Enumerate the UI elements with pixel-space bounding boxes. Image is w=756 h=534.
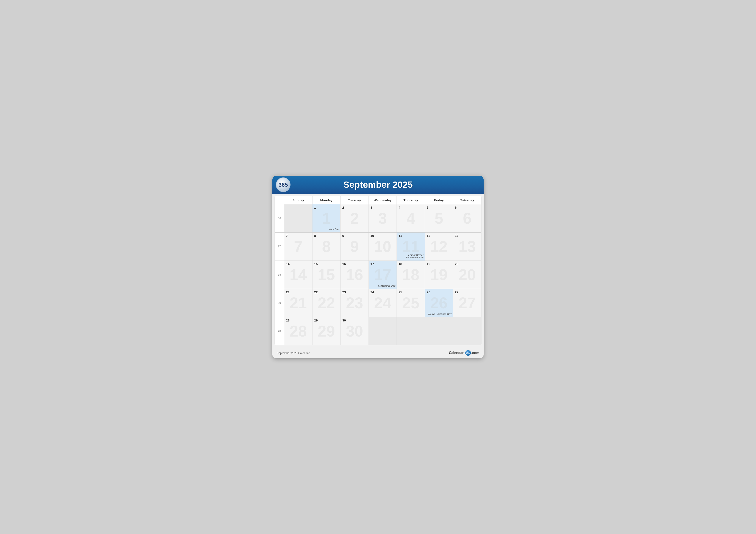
day-watermark: 19	[430, 266, 447, 284]
footer-brand-pre: Calendar-	[449, 351, 465, 355]
day-cell: 2424	[369, 289, 397, 317]
day-number: 7	[286, 234, 310, 238]
day-cell: 44	[397, 204, 425, 232]
day-cell: 1313	[453, 233, 481, 261]
day-watermark: 17	[374, 266, 391, 284]
day-cell: 2929	[312, 317, 341, 345]
day-watermark: 8	[322, 238, 331, 255]
holiday-label: Native American Day	[428, 313, 452, 315]
day-cell: 22	[340, 204, 369, 232]
day-cell: 1212	[425, 233, 453, 261]
day-cell: 1818	[397, 261, 425, 289]
day-number: 3	[370, 206, 395, 209]
day-cell: 99	[340, 233, 369, 261]
day-number: 16	[342, 262, 367, 266]
day-cell	[369, 317, 397, 345]
day-cell: 33	[369, 204, 397, 232]
day-number: 18	[398, 262, 423, 266]
day-watermark: 4	[406, 210, 415, 227]
day-cell: 2323	[340, 289, 369, 317]
day-watermark: 23	[346, 294, 363, 312]
week-number: 36	[275, 204, 284, 232]
day-cell: 1010	[369, 233, 397, 261]
day-cell: 1616	[340, 261, 369, 289]
day-cell: 1515	[312, 261, 341, 289]
holiday-label: Patriot Day or September 11th	[397, 254, 423, 259]
logo-text: 365	[279, 182, 288, 188]
logo-badge: 365	[276, 177, 290, 192]
day-cell: 3030	[340, 317, 369, 345]
day-watermark: 5	[435, 210, 443, 227]
day-number: 17	[370, 262, 395, 266]
day-watermark: 12	[430, 238, 447, 255]
week-row: 381414151516161717Citizenship Day1818191…	[275, 261, 481, 289]
week-row: 39212122222323242425252626Native America…	[275, 289, 481, 317]
day-cell: 11Labor Day	[312, 204, 341, 232]
day-watermark: 20	[459, 266, 476, 284]
day-cell: 88	[312, 233, 341, 261]
day-number: 4	[398, 206, 423, 209]
day-number: 8	[314, 234, 339, 238]
calendar-page: 365 September 2025 SundayMondayTuesdayWe…	[272, 176, 484, 358]
day-watermark: 18	[402, 266, 419, 284]
footer: September 2025 Calendar Calendar- 365 .c…	[272, 347, 484, 358]
day-header-monday: Monday	[312, 196, 341, 204]
week-number: 37	[275, 233, 284, 261]
day-watermark: 26	[430, 294, 447, 312]
day-watermark: 2	[350, 210, 359, 227]
day-watermark: 13	[459, 238, 476, 255]
day-number: 2	[342, 206, 367, 209]
day-number: 5	[427, 206, 451, 209]
day-number: 12	[427, 234, 451, 238]
calendar-grid: 3611Labor Day22334455663777889910101111P…	[275, 204, 481, 345]
day-cell: 2525	[397, 289, 425, 317]
day-number: 29	[314, 318, 339, 322]
day-watermark: 7	[294, 238, 303, 255]
holiday-label: Labor Day	[328, 228, 339, 231]
week-row: 3777889910101111Patriot Day or September…	[275, 233, 481, 261]
day-cell: 55	[425, 204, 453, 232]
day-cell: 2222	[312, 289, 341, 317]
day-cell	[453, 317, 481, 345]
day-cell: 2626Native American Day	[425, 289, 453, 317]
week-number: 39	[275, 289, 284, 317]
day-cell: 1919	[425, 261, 453, 289]
day-number: 13	[455, 234, 479, 238]
week-number: 40	[275, 317, 284, 345]
day-number: 22	[314, 290, 339, 294]
day-watermark: 30	[346, 322, 363, 340]
day-number: 9	[342, 234, 367, 238]
day-watermark: 1	[322, 210, 331, 227]
day-watermark: 29	[318, 322, 335, 340]
footer-brand-badge: 365	[465, 350, 471, 356]
day-watermark: 24	[374, 294, 391, 312]
day-cell: 1111Patriot Day or September 11th	[397, 233, 425, 261]
calendar-header: 365 September 2025	[272, 176, 484, 194]
calendar-grid-container: SundayMondayTuesdayWednesdayThursdayFrid…	[275, 196, 481, 345]
day-number: 28	[286, 318, 310, 322]
day-number: 24	[370, 290, 395, 294]
week-num-header	[275, 196, 284, 204]
week-row: 40282829293030	[275, 317, 481, 345]
day-number: 1	[314, 206, 339, 209]
day-header-thursday: Thursday	[397, 196, 425, 204]
day-number: 27	[455, 290, 479, 294]
day-header-saturday: Saturday	[453, 196, 481, 204]
day-watermark: 9	[350, 238, 359, 255]
day-number: 23	[342, 290, 367, 294]
week-number: 38	[275, 261, 284, 289]
day-watermark: 28	[290, 322, 307, 340]
day-cell	[284, 204, 312, 232]
day-cell: 66	[453, 204, 481, 232]
day-header-wednesday: Wednesday	[369, 196, 397, 204]
footer-label: September 2025 Calendar	[277, 351, 310, 355]
holiday-label: Citizenship Day	[378, 285, 395, 287]
day-header-friday: Friday	[425, 196, 453, 204]
day-watermark: 6	[463, 210, 472, 227]
day-watermark: 10	[374, 238, 391, 255]
day-cell: 2727	[453, 289, 481, 317]
day-cell: 77	[284, 233, 312, 261]
day-watermark: 27	[459, 294, 476, 312]
day-watermark: 15	[318, 266, 335, 284]
day-cell: 2121	[284, 289, 312, 317]
